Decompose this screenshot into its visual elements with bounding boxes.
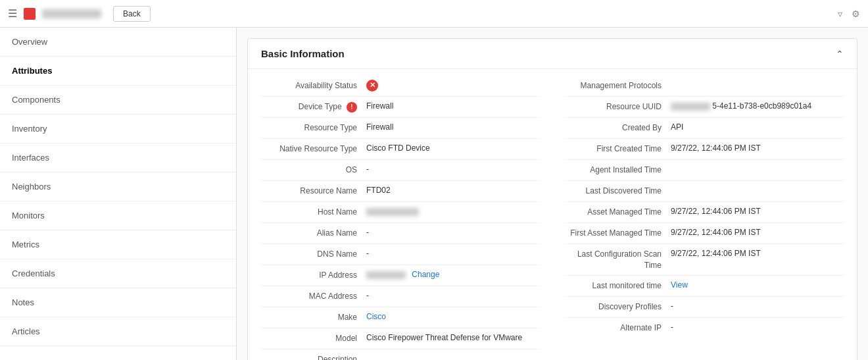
row-resource-type: Resource Type Firewall — [261, 118, 539, 139]
sidebar-item-neighbors[interactable]: Neighbors — [0, 172, 236, 201]
row-last-discovered-time: Last Discovered Time — [566, 181, 844, 202]
error-status-icon: ✕ — [366, 80, 378, 91]
row-resource-name: Resource Name FTD02 — [261, 181, 539, 202]
basic-info-panel: Basic Information ⌃ Availability Status … — [247, 38, 857, 360]
value-discovery-profiles: - — [671, 301, 844, 312]
warn-icon: ! — [347, 102, 357, 113]
value-alternate-ip: - — [671, 322, 844, 333]
row-resource-uuid: Resource UUID 5-4e11-b738-e0cb989c01a4 — [566, 97, 844, 118]
main-layout: Overview Attributes Components Inventory… — [0, 28, 868, 360]
label-os: OS — [261, 164, 366, 176]
row-model: Model Cisco Firepower Threat Defense for… — [261, 328, 539, 349]
row-description: Description — [261, 349, 539, 360]
label-description: Description — [261, 353, 366, 360]
value-resource-name: FTD02 — [366, 185, 539, 196]
row-first-asset-managed-time: First Asset Managed Time 9/27/22, 12:44:… — [566, 223, 844, 244]
label-mac-address: MAC Address — [261, 290, 366, 302]
row-alternate-ip: Alternate IP - — [566, 318, 844, 339]
back-button[interactable]: Back — [113, 6, 151, 22]
sidebar-item-attributes[interactable]: Attributes — [0, 57, 236, 86]
row-created-by: Created By API — [566, 118, 844, 139]
row-mac-address: MAC Address - — [261, 286, 539, 307]
value-native-resource-type: Cisco FTD Device — [366, 143, 539, 154]
value-alias-name: - — [366, 227, 539, 238]
resource-name-blur — [42, 9, 101, 18]
top-bar-right: ▿ ⚙ — [838, 9, 860, 19]
value-first-asset-managed-time: 9/27/22, 12:44:06 PM IST — [671, 227, 844, 238]
info-col-left: Availability Status ✕ Device Type ! Fire… — [248, 76, 552, 360]
resource-status-icon — [24, 8, 36, 20]
value-host-name — [366, 206, 539, 217]
value-last-config-scan-time: 9/27/22, 12:44:06 PM IST — [671, 248, 844, 259]
sidebar-item-interfaces[interactable]: Interfaces — [0, 143, 236, 172]
value-first-created-time: 9/27/22, 12:44:06 PM IST — [671, 143, 844, 154]
uuid-suffix: 5-4e11-b738-e0cb989c01a4 — [712, 101, 811, 111]
label-last-monitored-time: Last monitored time — [566, 280, 671, 292]
top-bar: ☰ Back ▿ ⚙ — [0, 0, 868, 28]
label-ip-address: IP Address — [261, 269, 366, 281]
row-discovery-profiles: Discovery Profiles - — [566, 297, 844, 318]
value-os: - — [366, 164, 539, 175]
content-area: Basic Information ⌃ Availability Status … — [237, 28, 868, 360]
sidebar-item-metrics[interactable]: Metrics — [0, 230, 236, 259]
sidebar-item-articles[interactable]: Articles — [0, 317, 236, 346]
label-device-type: Device Type ! — [261, 101, 366, 113]
value-make[interactable]: Cisco — [366, 311, 539, 322]
row-device-type: Device Type ! Firewall — [261, 97, 539, 118]
hamburger-icon[interactable]: ☰ — [8, 7, 17, 20]
label-agent-installed-time: Agent Installed Time — [566, 164, 671, 176]
label-availability-status: Availability Status — [261, 80, 366, 91]
value-device-type: Firewall — [366, 101, 539, 112]
row-last-monitored-time: Last monitored time View — [566, 276, 844, 297]
value-availability-status: ✕ — [366, 80, 539, 91]
panel-title: Basic Information — [261, 48, 345, 59]
row-dns-name: DNS Name - — [261, 244, 539, 265]
label-model: Model — [261, 332, 366, 344]
info-panel-header: Basic Information ⌃ — [248, 39, 857, 69]
row-make: Make Cisco — [261, 307, 539, 328]
value-resource-type: Firewall — [366, 122, 539, 133]
value-model: Cisco Firepower Threat Defense for VMwar… — [366, 332, 539, 344]
change-ip-link[interactable]: Change — [412, 270, 439, 279]
row-ip-address: IP Address Change — [261, 265, 539, 286]
label-resource-uuid: Resource UUID — [566, 101, 671, 113]
row-last-config-scan-time: Last Configuration Scan Time 9/27/22, 12… — [566, 244, 844, 276]
sidebar-item-credentials[interactable]: Credentials — [0, 259, 236, 288]
label-host-name: Host Name — [261, 206, 366, 218]
label-last-config-scan-time: Last Configuration Scan Time — [566, 248, 671, 271]
label-alternate-ip: Alternate IP — [566, 322, 671, 334]
label-alias-name: Alias Name — [261, 227, 366, 239]
row-host-name: Host Name — [261, 202, 539, 223]
sidebar-item-notes[interactable]: Notes — [0, 288, 236, 317]
row-first-created-time: First Created Time 9/27/22, 12:44:06 PM … — [566, 139, 844, 160]
info-col-right: Management Protocols Resource UUID 5-4e1… — [552, 76, 857, 360]
sidebar-item-overview[interactable]: Overview — [0, 28, 236, 57]
top-bar-left: ☰ Back — [8, 6, 151, 22]
sidebar-item-monitors[interactable]: Monitors — [0, 201, 236, 230]
label-created-by: Created By — [566, 122, 671, 134]
sidebar: Overview Attributes Components Inventory… — [0, 28, 237, 360]
label-first-asset-managed-time: First Asset Managed Time — [566, 227, 671, 239]
label-asset-managed-time: Asset Managed Time — [566, 206, 671, 218]
filter-icon[interactable]: ▿ — [838, 9, 842, 19]
value-dns-name: - — [366, 248, 539, 259]
row-asset-managed-time: Asset Managed Time 9/27/22, 12:44:06 PM … — [566, 202, 844, 223]
label-resource-name: Resource Name — [261, 185, 366, 197]
label-resource-type: Resource Type — [261, 122, 366, 134]
label-last-discovered-time: Last Discovered Time — [566, 185, 671, 197]
row-alias-name: Alias Name - — [261, 223, 539, 244]
sidebar-item-components[interactable]: Components — [0, 86, 236, 115]
label-discovery-profiles: Discovery Profiles — [566, 301, 671, 313]
value-last-monitored-time[interactable]: View — [671, 280, 844, 291]
gear-icon[interactable]: ⚙ — [852, 9, 860, 19]
value-asset-managed-time: 9/27/22, 12:44:06 PM IST — [671, 206, 844, 217]
label-native-resource-type: Native Resource Type — [261, 143, 366, 155]
info-grid: Availability Status ✕ Device Type ! Fire… — [248, 69, 857, 360]
value-ip-address: Change — [366, 269, 539, 280]
value-created-by: API — [671, 122, 844, 133]
row-availability-status: Availability Status ✕ — [261, 76, 539, 97]
label-make: Make — [261, 311, 366, 323]
sidebar-item-inventory[interactable]: Inventory — [0, 115, 236, 143]
label-dns-name: DNS Name — [261, 248, 366, 260]
collapse-icon[interactable]: ⌃ — [836, 49, 844, 59]
